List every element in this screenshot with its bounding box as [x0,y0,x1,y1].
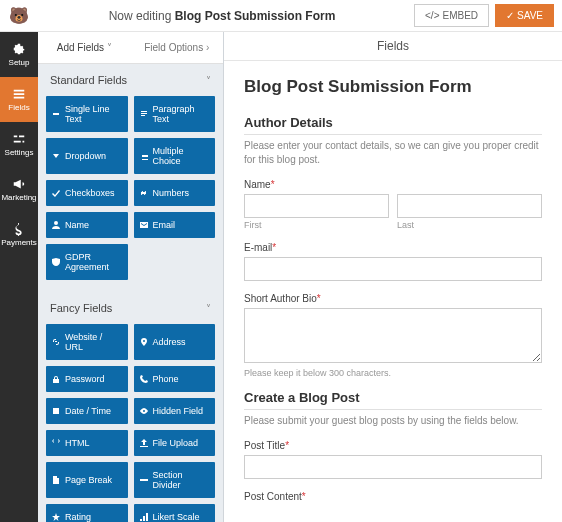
chevron-right-icon: › [206,42,209,53]
preview-head: Fields [224,32,562,61]
tab-field-options[interactable]: Field Options › [131,32,224,63]
field-checkboxes[interactable]: Checkboxes [46,180,128,206]
fields-panel: Add Fields ˅ Field Options › Standard Fi… [38,32,224,522]
field-name[interactable]: Name [46,212,128,238]
section-header[interactable]: Standard Fields˅ [38,64,223,96]
rail-payments[interactable]: Payments [0,212,38,257]
post-content-label: Post Content* [244,491,542,502]
chevron-down-icon: ˅ [107,42,112,53]
field-dropdown[interactable]: Dropdown [46,138,128,174]
post-title-label: Post Title* [244,440,542,451]
section-post-desc: Please submit your guest blog posts by u… [244,414,542,428]
field-multiple-choice[interactable]: Multiple Choice [134,138,216,174]
chevron-down-icon: ˅ [206,303,211,314]
tab-add-fields[interactable]: Add Fields ˅ [38,32,131,63]
email-input[interactable] [244,257,542,281]
field-page-break[interactable]: Page Break [46,462,128,498]
left-rail: SetupFieldsSettingsMarketingPayments [0,32,38,522]
rail-fields[interactable]: Fields [0,77,38,122]
field-html[interactable]: HTML [46,430,128,456]
field-numbers[interactable]: Numbers [134,180,216,206]
rail-marketing[interactable]: Marketing [0,167,38,212]
field-hidden-field[interactable]: Hidden Field [134,398,216,424]
rail-settings[interactable]: Settings [0,122,38,167]
field-website-url[interactable]: Website / URL [46,324,128,360]
field-likert-scale[interactable]: Likert Scale [134,504,216,522]
save-button[interactable]: ✓ SAVE [495,4,554,27]
name-label: Name* [244,179,542,190]
last-name-input[interactable] [397,194,542,218]
post-title-input[interactable] [244,455,542,479]
field-file-upload[interactable]: File Upload [134,430,216,456]
bio-label: Short Author Bio* [244,293,542,304]
bio-textarea[interactable] [244,308,542,363]
field-paragraph-text[interactable]: Paragraph Text [134,96,216,132]
last-sub: Last [397,220,542,230]
field-phone[interactable]: Phone [134,366,216,392]
section-author: Author Details [244,115,542,135]
field-email[interactable]: Email [134,212,216,238]
preview-pane: Fields Blog Post Submission Form Author … [224,32,562,522]
editing-title: Now editing Blog Post Submission Form [30,9,414,23]
field-rating[interactable]: Rating [46,504,128,522]
first-name-input[interactable] [244,194,389,218]
section-header[interactable]: Fancy Fields˅ [38,292,223,324]
bio-hint: Please keep it below 300 characters. [244,368,542,378]
field-gdpr-agreement[interactable]: GDPR Agreement [46,244,128,280]
section-author-desc: Please enter your contact details, so we… [244,139,542,167]
field-single-line-text[interactable]: Single Line Text [46,96,128,132]
email-label: E-mail* [244,242,542,253]
first-sub: First [244,220,389,230]
form-title: Blog Post Submission Form [244,77,542,97]
field-password[interactable]: Password [46,366,128,392]
field-address[interactable]: Address [134,324,216,360]
field-section-divider[interactable]: Section Divider [134,462,216,498]
top-bar: 🐻 Now editing Blog Post Submission Form … [0,0,562,32]
chevron-down-icon: ˅ [206,75,211,86]
section-post: Create a Blog Post [244,390,542,410]
embed-button[interactable]: </>EMBED [414,4,489,27]
logo-icon: 🐻 [8,5,30,27]
rail-setup[interactable]: Setup [0,32,38,77]
code-icon: </> [425,10,439,21]
field-date-time[interactable]: Date / Time [46,398,128,424]
